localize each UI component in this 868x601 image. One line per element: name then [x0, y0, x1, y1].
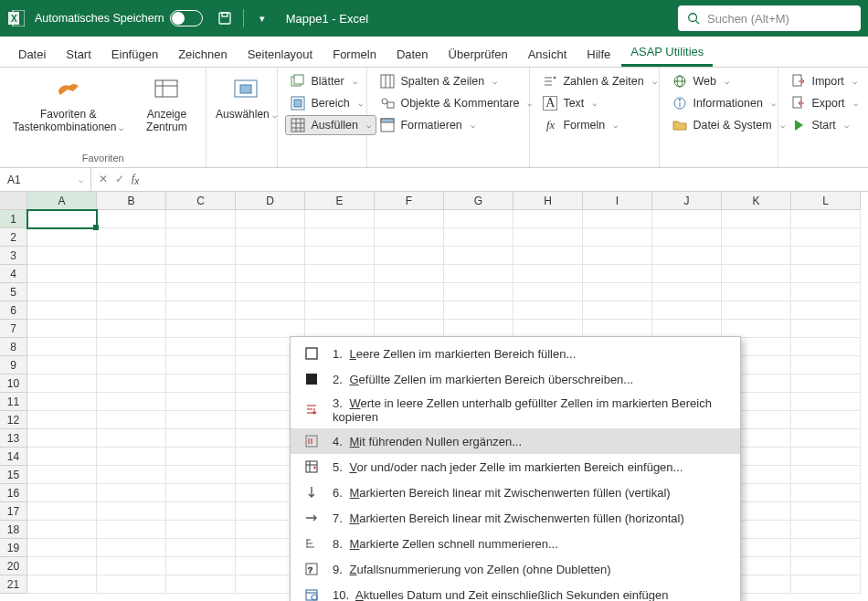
- column-header[interactable]: K: [722, 192, 791, 210]
- cell[interactable]: [305, 228, 375, 247]
- cell[interactable]: [97, 210, 166, 228]
- cell[interactable]: [375, 247, 444, 265]
- cell[interactable]: [97, 575, 166, 594]
- menu-item-6[interactable]: 6. Markierten Bereich linear mit Zwische…: [291, 480, 740, 505]
- column-header[interactable]: C: [166, 192, 236, 210]
- cell[interactable]: [97, 448, 166, 466]
- cell[interactable]: [791, 466, 861, 484]
- row-header[interactable]: 17: [0, 502, 27, 521]
- cell[interactable]: [166, 320, 236, 338]
- fill-button[interactable]: Ausfüllen: [285, 115, 376, 135]
- cell[interactable]: [791, 429, 861, 448]
- tab-datei[interactable]: Datei: [9, 41, 55, 67]
- cell[interactable]: [236, 210, 305, 228]
- cell[interactable]: [27, 228, 97, 247]
- cell[interactable]: [97, 557, 166, 575]
- cell[interactable]: [97, 393, 166, 411]
- cell[interactable]: [27, 575, 97, 594]
- cell[interactable]: [166, 265, 236, 283]
- cell[interactable]: [166, 411, 236, 429]
- cell[interactable]: [97, 502, 166, 521]
- formula-input[interactable]: [146, 168, 868, 191]
- select-all-corner[interactable]: [0, 192, 27, 210]
- row-header[interactable]: 15: [0, 466, 27, 484]
- cell[interactable]: [791, 484, 861, 502]
- column-header[interactable]: H: [513, 192, 583, 210]
- column-header[interactable]: I: [583, 192, 652, 210]
- row-header[interactable]: 11: [0, 393, 27, 411]
- cell[interactable]: [791, 502, 861, 521]
- cell[interactable]: [27, 265, 97, 283]
- column-header[interactable]: B: [97, 192, 166, 210]
- menu-item-10[interactable]: 10. Aktuelles Datum und Zeit einschließl…: [291, 582, 740, 601]
- column-header[interactable]: E: [305, 192, 375, 210]
- row-header[interactable]: 8: [0, 338, 27, 356]
- cell[interactable]: [166, 484, 236, 502]
- cell[interactable]: [27, 393, 97, 411]
- cell[interactable]: [27, 247, 97, 265]
- cell[interactable]: [375, 283, 444, 301]
- cell[interactable]: [166, 557, 236, 575]
- cell[interactable]: [375, 301, 444, 320]
- cell[interactable]: [791, 320, 861, 338]
- cell[interactable]: [583, 210, 652, 228]
- cell[interactable]: [27, 320, 97, 338]
- cell[interactable]: [583, 247, 652, 265]
- cell[interactable]: [27, 484, 97, 502]
- cell[interactable]: [444, 320, 513, 338]
- objects-comments-button[interactable]: Objekte & Kommentare: [375, 93, 537, 113]
- cell[interactable]: [236, 301, 305, 320]
- cell[interactable]: [166, 429, 236, 448]
- cell[interactable]: [791, 575, 861, 594]
- menu-item-5[interactable]: 5. Vor und/oder nach jeder Zelle im mark…: [291, 454, 740, 480]
- cell[interactable]: [166, 228, 236, 247]
- cell[interactable]: [444, 247, 513, 265]
- cell[interactable]: [27, 283, 97, 301]
- cell[interactable]: [166, 575, 236, 594]
- cell[interactable]: [27, 411, 97, 429]
- cell[interactable]: [97, 484, 166, 502]
- row-header[interactable]: 21: [0, 575, 27, 594]
- search-input[interactable]: Suchen (Alt+M): [678, 5, 861, 31]
- start-button[interactable]: Start: [786, 115, 863, 135]
- cell[interactable]: [166, 374, 236, 393]
- cell[interactable]: [652, 265, 722, 283]
- cell[interactable]: [583, 301, 652, 320]
- name-box[interactable]: A1⌵: [0, 168, 91, 191]
- cell[interactable]: [791, 539, 861, 557]
- sheets-button[interactable]: Blätter: [285, 71, 376, 91]
- cell[interactable]: [27, 210, 97, 228]
- cell[interactable]: [583, 320, 652, 338]
- row-header[interactable]: 9: [0, 356, 27, 374]
- column-header[interactable]: G: [444, 192, 513, 210]
- cell[interactable]: [375, 265, 444, 283]
- cell[interactable]: [27, 338, 97, 356]
- cell[interactable]: [166, 301, 236, 320]
- cell[interactable]: [791, 247, 861, 265]
- cell[interactable]: [513, 247, 583, 265]
- menu-item-2[interactable]: 2. Gefüllte Zellen im markierten Bereich…: [291, 366, 740, 392]
- qat-customize-icon[interactable]: ▾: [251, 7, 273, 29]
- column-header[interactable]: F: [375, 192, 444, 210]
- menu-item-7[interactable]: 7. Markierten Bereich linear mit Zwische…: [291, 505, 740, 531]
- column-header[interactable]: L: [791, 192, 861, 210]
- select-button[interactable]: Auswählen: [214, 71, 278, 124]
- cell[interactable]: [27, 466, 97, 484]
- menu-item-1[interactable]: 1. Leere Zellen im markierten Bereich fü…: [291, 341, 740, 366]
- favorites-shortcuts-button[interactable]: Favoriten & Tastenkombinationen: [7, 71, 129, 138]
- cell[interactable]: [722, 210, 791, 228]
- cell[interactable]: [97, 539, 166, 557]
- row-header[interactable]: 12: [0, 411, 27, 429]
- cell[interactable]: [375, 210, 444, 228]
- cell[interactable]: [722, 283, 791, 301]
- columns-rows-button[interactable]: Spalten & Zeilen: [375, 71, 537, 91]
- cell[interactable]: [652, 320, 722, 338]
- cell[interactable]: [583, 265, 652, 283]
- row-header[interactable]: 19: [0, 539, 27, 557]
- cell[interactable]: [166, 393, 236, 411]
- column-header[interactable]: A: [27, 192, 97, 210]
- row-header[interactable]: 3: [0, 247, 27, 265]
- cell[interactable]: [166, 210, 236, 228]
- cell[interactable]: [722, 320, 791, 338]
- cell[interactable]: [791, 411, 861, 429]
